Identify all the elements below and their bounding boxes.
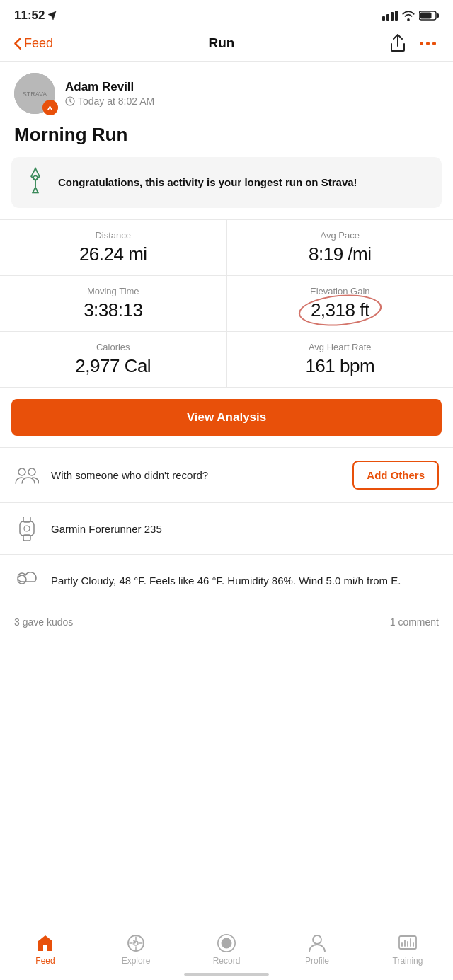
stats-row-2: Moving Time 3:38:13 Elevation Gain 2,318…	[0, 276, 453, 332]
add-others-button[interactable]: Add Others	[352, 461, 439, 490]
calories-value: 2,977 Cal	[14, 355, 212, 377]
status-bar: 11:52	[0, 0, 453, 28]
training-icon	[398, 933, 418, 953]
watch-icon	[14, 516, 40, 541]
svg-text:STRAVA: STRAVA	[23, 91, 47, 98]
people-group-icon	[15, 466, 39, 485]
svg-rect-0	[382, 16, 385, 21]
cloudy-icon	[15, 570, 39, 590]
svg-rect-3	[395, 11, 398, 21]
heart-rate-value: 161 bpm	[241, 355, 440, 377]
explore-icon	[126, 933, 146, 953]
share-icon[interactable]	[390, 34, 406, 52]
avg-pace-label: Avg Pace	[241, 230, 440, 241]
activity-title: Morning Run	[0, 120, 453, 157]
stats-row-3: Calories 2,977 Cal Avg Heart Rate 161 bp…	[0, 332, 453, 388]
svg-rect-13	[20, 521, 34, 536]
user-info: Adam Revill Today at 8:02 AM	[65, 80, 154, 107]
timestamp-text: Today at 8:02 AM	[78, 96, 154, 107]
back-chevron-icon	[14, 38, 21, 50]
tab-explore[interactable]: Explore	[91, 933, 181, 966]
user-row: STRAVA Adam Revill Today at 8:02 AM	[0, 62, 453, 120]
nav-title: Run	[209, 35, 235, 51]
svg-rect-2	[391, 12, 394, 21]
distance-stat: Distance 26.24 mi	[0, 220, 227, 275]
strava-chevron-icon	[46, 103, 55, 113]
calories-stat: Calories 2,977 Cal	[0, 332, 227, 387]
svg-rect-6	[420, 13, 432, 19]
battery-icon	[419, 11, 439, 21]
people-icon	[14, 463, 40, 488]
svg-point-10	[33, 175, 38, 180]
nav-actions	[390, 34, 439, 52]
tab-training[interactable]: Training	[362, 933, 453, 966]
back-button[interactable]: Feed	[14, 36, 53, 51]
view-analysis-button[interactable]: View Analysis	[11, 399, 442, 436]
stats-grid: Distance 26.24 mi Avg Pace 8:19 /mi Movi…	[0, 219, 453, 388]
kudos-text[interactable]: 3 gave kudos	[14, 616, 73, 628]
tab-feed-label: Feed	[35, 956, 55, 966]
elevation-gain-stat: Elevation Gain 2,318 ft	[227, 276, 454, 331]
svg-point-11	[18, 468, 25, 475]
social-row: 3 gave kudos 1 comment	[0, 606, 453, 638]
weather-row: Partly Cloudy, 48 °F. Feels like 46 °F. …	[0, 554, 453, 606]
svg-rect-1	[386, 14, 389, 21]
nav-bar: Feed Run	[0, 28, 453, 62]
tab-feed[interactable]: Feed	[0, 933, 91, 966]
comments-text[interactable]: 1 comment	[390, 616, 439, 628]
tab-bar: Feed Explore Record	[0, 926, 453, 980]
avg-pace-value: 8:19 /mi	[241, 243, 440, 265]
calories-label: Calories	[14, 342, 212, 352]
with-someone-row: With someone who didn't record? Add Othe…	[0, 447, 453, 502]
tab-profile-label: Profile	[305, 956, 329, 966]
device-row: Garmin Forerunner 235	[0, 502, 453, 554]
trophy-icon	[23, 167, 48, 198]
wifi-icon	[402, 11, 415, 21]
distance-value: 26.24 mi	[14, 243, 212, 265]
clock-icon	[65, 96, 75, 106]
with-someone-text: With someone who didn't record?	[51, 468, 341, 483]
stats-row-1: Distance 26.24 mi Avg Pace 8:19 /mi	[0, 220, 453, 276]
weather-text: Partly Cloudy, 48 °F. Feels like 46 °F. …	[51, 573, 439, 588]
congrats-banner: Congratulations, this activity is your l…	[11, 157, 442, 208]
svg-rect-5	[437, 13, 439, 18]
signal-icon	[382, 11, 398, 21]
status-icons	[382, 11, 439, 21]
smartwatch-icon	[17, 517, 37, 541]
svg-point-22	[313, 935, 321, 944]
location-arrow-icon	[47, 11, 57, 21]
avg-pace-stat: Avg Pace 8:19 /mi	[227, 220, 454, 275]
svg-point-21	[222, 938, 232, 949]
profile-icon	[307, 933, 327, 953]
moving-time-value: 3:38:13	[14, 299, 212, 321]
moving-time-stat: Moving Time 3:38:13	[0, 276, 227, 331]
svg-point-16	[24, 526, 30, 531]
status-time: 11:52	[14, 8, 57, 23]
tab-record[interactable]: Record	[181, 933, 272, 966]
heart-rate-label: Avg Heart Rate	[241, 342, 440, 352]
tab-training-label: Training	[393, 956, 423, 966]
distance-label: Distance	[14, 230, 212, 241]
weather-icon	[14, 567, 40, 593]
home-indicator	[184, 973, 269, 976]
user-name: Adam Revill	[65, 80, 154, 94]
elevation-value: 2,318 ft	[241, 299, 440, 321]
time-text: 11:52	[14, 8, 45, 23]
moving-time-label: Moving Time	[14, 286, 212, 296]
tab-profile[interactable]: Profile	[272, 933, 362, 966]
congrats-text: Congratulations, this activity is your l…	[58, 175, 357, 190]
avatar[interactable]: STRAVA	[14, 73, 55, 114]
back-label: Feed	[24, 36, 53, 51]
more-button[interactable]	[417, 39, 439, 48]
tab-explore-label: Explore	[122, 956, 151, 966]
device-text: Garmin Forerunner 235	[51, 521, 439, 536]
svg-point-12	[28, 468, 35, 475]
strava-badge	[42, 100, 58, 115]
user-timestamp: Today at 8:02 AM	[65, 96, 154, 107]
record-icon	[217, 933, 236, 953]
feed-icon	[35, 933, 55, 953]
heart-rate-stat: Avg Heart Rate 161 bpm	[227, 332, 454, 387]
tab-record-label: Record	[213, 956, 241, 966]
elevation-highlight: 2,318 ft	[311, 299, 369, 321]
